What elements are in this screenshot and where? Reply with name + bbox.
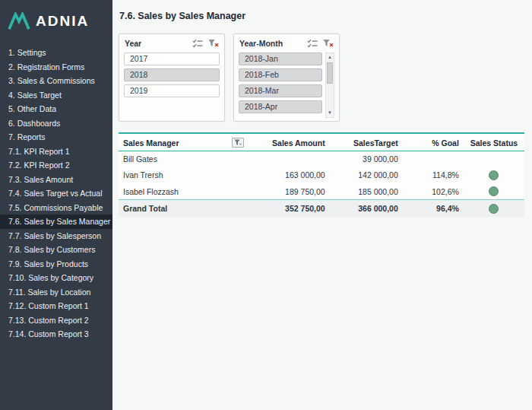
cell-manager: Ivan Trersh [119, 167, 249, 183]
slicer-header: Year [124, 37, 220, 52]
cell-manager: Grand Total [119, 200, 249, 217]
slicer-scrollbar[interactable]: ▲▼ [325, 52, 334, 118]
slicer-item[interactable]: 2018-Mar [239, 84, 322, 97]
sales-report-table: Sales ManagerSales AmountSalesTarget% Go… [119, 132, 524, 217]
sidebar-item[interactable]: 5. Other Data [0, 102, 112, 116]
sidebar-item[interactable]: 7.11. Sales by Location [0, 285, 112, 300]
column-header-label: Sales Status [470, 138, 518, 148]
slicer-title: Year [125, 39, 141, 48]
cell-goal [403, 151, 464, 167]
sidebar-item[interactable]: 3. Sales & Commissions [0, 74, 112, 88]
scroll-thumb[interactable] [327, 62, 333, 84]
adnia-logo-icon [8, 12, 30, 30]
multiselect-icon[interactable] [192, 38, 204, 49]
column-header: SalesTarget [330, 133, 403, 151]
status-indicator-green [489, 170, 499, 180]
main-content: 7.6. Sales by Sales Manager Year20172018… [112, 0, 532, 410]
column-header: Sales Amount [249, 133, 330, 151]
slicer-item[interactable]: 2018 [124, 68, 220, 81]
column-header-label: % Goal [432, 138, 459, 148]
sidebar-item[interactable]: 7.10. Sales by Category [0, 271, 112, 285]
cell-sales_amount: 189 750,00 [249, 183, 330, 200]
status-cell [464, 167, 524, 183]
column-header-label: SalesTarget [353, 138, 398, 148]
slicer-header: Year-Month [239, 37, 334, 52]
sidebar-item[interactable]: 6. Dashboards [0, 116, 112, 131]
page-title: 7.6. Sales by Sales Manager [119, 11, 524, 21]
cell-sales_target: 39 000,00 [330, 151, 403, 167]
sidebar-nav: 1. Settings2. Registration Forms3. Sales… [0, 46, 112, 342]
table-header-row: Sales ManagerSales AmountSalesTarget% Go… [119, 133, 524, 151]
status-cell [464, 200, 524, 217]
row-labels-filter-icon[interactable] [232, 138, 244, 148]
sidebar-item[interactable]: 7.14. Custom Report 3 [0, 327, 112, 342]
cell-goal: 114,8% [403, 167, 464, 183]
status-cell [464, 183, 524, 200]
cell-goal: 96,4% [403, 200, 464, 217]
table-row: Ivan Trersh163 000,00142 000,00114,8% [119, 167, 524, 183]
cell-sales_target: 142 000,00 [330, 167, 403, 183]
sidebar-item[interactable]: 1. Settings [0, 46, 112, 60]
column-header: % Goal [403, 133, 464, 151]
sidebar-item[interactable]: 7. Reports [0, 130, 112, 145]
clear-filter-icon[interactable] [207, 38, 220, 49]
cell-manager: Bill Gates [119, 151, 249, 167]
slicer-icons [192, 38, 220, 49]
column-header: Sales Manager [119, 133, 249, 151]
sidebar-item[interactable]: 7.4. Sales Target vs Actual [0, 186, 112, 201]
cell-manager: Isabel Flozzash [119, 183, 249, 200]
sidebar-item[interactable]: 7.13. Custom Report 2 [0, 313, 112, 328]
sidebar-item[interactable]: 7.12. Custom Report 1 [0, 299, 112, 313]
scroll-up-arrow[interactable]: ▲ [326, 53, 334, 62]
sidebar-item[interactable]: 2. Registration Forms [0, 60, 112, 75]
sidebar-item[interactable]: 7.3. Sales Amount [0, 173, 112, 187]
table-row: Isabel Flozzash189 750,00185 000,00102,6… [119, 183, 524, 200]
slicer-item[interactable]: 2018-Feb [239, 68, 322, 81]
grand-total-row: Grand Total352 750,00366 000,0096,4% [119, 200, 524, 217]
slicer-row: Year201720182019Year-Month2018-Jan2018-F… [119, 33, 524, 122]
scroll-down-arrow[interactable]: ▼ [326, 109, 334, 117]
column-header-label: Sales Amount [272, 138, 325, 148]
sidebar-item-active[interactable]: 7.6. Sales by Sales Manager [0, 215, 112, 229]
sidebar-item[interactable]: 7.7. Sales by Salesperson [0, 229, 112, 243]
slicer-item[interactable]: 2019 [124, 84, 220, 97]
brand-logo: ADNIA [0, 0, 112, 46]
cell-sales_amount: 352 750,00 [249, 200, 330, 217]
sidebar: ADNIA 1. Settings2. Registration Forms3.… [0, 0, 112, 410]
cell-sales_target: 185 000,00 [330, 183, 403, 200]
scroll-track[interactable] [326, 62, 334, 109]
status-cell [464, 151, 524, 167]
column-header: Sales Status [464, 133, 524, 151]
slicer-item[interactable]: 2018-Apr [239, 100, 322, 113]
column-header-label: Sales Manager [123, 138, 179, 148]
cell-goal: 102,6% [403, 183, 464, 200]
clear-filter-icon[interactable] [322, 38, 334, 49]
sidebar-item[interactable]: 7.9. Sales by Products [0, 257, 112, 272]
slicer-item[interactable]: 2018-Jan [239, 52, 322, 65]
cell-sales_target: 366 000,00 [330, 200, 403, 217]
app-window: ADNIA 1. Settings2. Registration Forms3.… [0, 0, 532, 410]
sidebar-item[interactable]: 7.2. KPI Report 2 [0, 158, 112, 173]
slicer-year-month: Year-Month2018-Jan2018-Feb2018-Mar2018-A… [233, 33, 340, 122]
status-indicator-green [489, 186, 499, 196]
sidebar-item[interactable]: 7.1. KPI Report 1 [0, 145, 112, 159]
sidebar-item[interactable]: 7.5. Commissions Payable [0, 201, 112, 215]
slicer-item[interactable]: 2017 [124, 52, 220, 65]
slicer-title: Year-Month [239, 39, 283, 48]
brand-name: ADNIA [36, 13, 89, 30]
table-row: Bill Gates39 000,00 [119, 151, 524, 167]
cell-sales_amount [249, 151, 330, 167]
multiselect-icon[interactable] [306, 38, 318, 49]
sidebar-item[interactable]: 4. Sales Target [0, 88, 112, 103]
status-indicator-green [489, 204, 499, 214]
cell-sales_amount: 163 000,00 [249, 167, 330, 183]
sidebar-item[interactable]: 7.8. Sales by Customers [0, 243, 112, 257]
slicer-icons [306, 38, 334, 49]
slicer-year: Year201720182019 [119, 33, 225, 122]
